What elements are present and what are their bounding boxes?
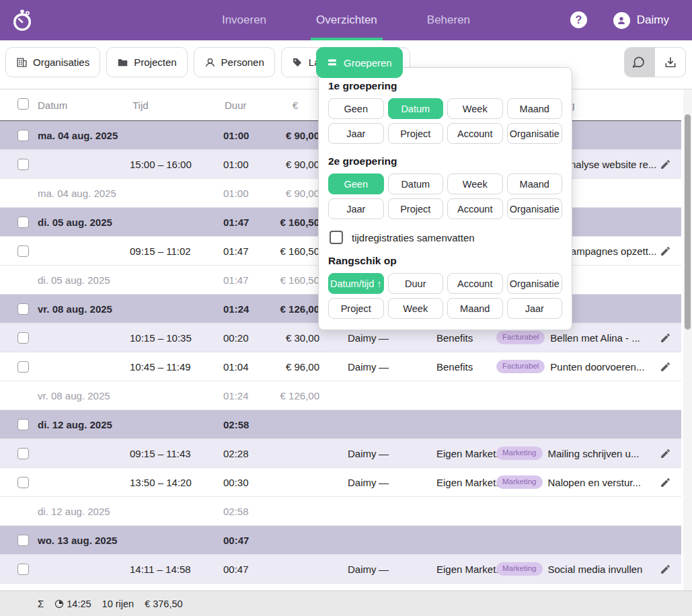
pencil-icon[interactable] (660, 564, 671, 575)
filter-label: Personen (221, 56, 264, 68)
row-checkbox[interactable] (17, 477, 29, 488)
group-checkbox[interactable] (17, 130, 29, 141)
bird-view-toggle[interactable] (625, 48, 655, 77)
sort-title: Rangschik op (328, 255, 562, 267)
group2-option-week[interactable]: Week (447, 174, 503, 194)
person-icon (204, 56, 216, 68)
cell-tijd: 13:50 – 14:20 (130, 468, 192, 496)
tag-icon (292, 56, 303, 68)
group2-option-datum[interactable]: Datum (388, 174, 444, 194)
user-menu[interactable]: Daimy (613, 0, 669, 40)
group2-option-project[interactable]: Project (388, 198, 444, 219)
groeperen-button[interactable]: Groeperen (316, 47, 403, 78)
row-checkbox[interactable] (17, 159, 29, 170)
col-tijd: Tijd (132, 89, 149, 120)
pencil-icon[interactable] (660, 477, 671, 488)
total-time: 14:25 (67, 599, 91, 609)
rows-count: 10 rijen (102, 599, 134, 609)
group2-option-jaar[interactable]: Jaar (328, 198, 384, 219)
cell-duur: 02:28 (223, 439, 249, 467)
subtotal-date: di. 05 aug. 2025 (38, 266, 110, 294)
row-checkbox[interactable] (17, 332, 29, 344)
filter-organisaties-button[interactable]: Organisaties (5, 47, 100, 77)
cell-omschrijving: Mailing schrijven u... (548, 448, 640, 459)
help-icon[interactable]: ? (570, 11, 587, 28)
group-checkbox[interactable] (17, 217, 29, 228)
cell-duur: 00:47 (223, 555, 249, 583)
download-icon (664, 56, 677, 69)
group1-options: Geen Datum Week Maand Jaar Project Accou… (328, 98, 562, 144)
table-row[interactable]: 09:15 – 11:43 02:28 Daimy — Eigen Market… (0, 439, 681, 468)
pencil-icon[interactable] (660, 448, 671, 459)
group1-option-organisatie[interactable]: Organisatie (507, 123, 563, 144)
select-all-checkbox[interactable] (17, 98, 29, 110)
sort-option-jaar[interactable]: Jaar (507, 298, 563, 319)
pencil-icon[interactable] (660, 245, 671, 257)
pencil-icon[interactable] (660, 361, 671, 373)
group1-option-project[interactable]: Project (388, 123, 444, 144)
total-amount: € 376,50 (145, 599, 182, 609)
cell-duur: 00:30 (223, 468, 249, 496)
group-checkbox[interactable] (17, 419, 29, 430)
group-date: di. 12 aug. 2025 (38, 410, 112, 438)
export-button[interactable] (655, 48, 685, 77)
group-header-row[interactable]: di. 12 aug. 2025 02:58 (0, 410, 681, 439)
label-badge: Marketing (496, 475, 543, 489)
summarize-checkbox[interactable] (330, 231, 343, 244)
cell-omschrijving: Nalopen en verstur... (548, 477, 641, 488)
group2-option-organisatie[interactable]: Organisatie (507, 198, 563, 219)
group1-option-week[interactable]: Week (447, 98, 503, 119)
filter-label: Organisaties (33, 56, 89, 68)
cell-tijd: 14:11 – 14:58 (130, 555, 191, 583)
row-checkbox[interactable] (17, 448, 29, 459)
table-row[interactable]: 14:11 – 14:58 00:47 Daimy — Eigen Market… (0, 555, 681, 584)
group2-option-maand[interactable]: Maand (507, 174, 563, 194)
scrollbar-thumb[interactable] (685, 114, 691, 330)
group-euro: € 160,50 (243, 208, 319, 236)
group1-option-datum[interactable]: Datum (388, 98, 444, 119)
table-row[interactable]: 10:45 – 11:49 01:04 € 96,00 Daimy — Bene… (0, 352, 681, 381)
group-checkbox[interactable] (17, 535, 29, 546)
cell-omschrijving: Bellen met Alina - ... (550, 332, 640, 344)
pencil-icon[interactable] (660, 159, 671, 170)
sort-option-account[interactable]: Account (447, 273, 503, 294)
cell-project: Eigen Market... (436, 555, 504, 583)
cell-omschrijving: Punten doorvoeren... (550, 361, 644, 373)
subtotal-date: vr. 08 aug. 2025 (38, 381, 110, 410)
group1-option-maand[interactable]: Maand (507, 98, 563, 119)
nav-invoeren[interactable]: Invoeren (217, 0, 272, 40)
sort-option-week[interactable]: Week (388, 298, 444, 319)
main-nav: Invoeren Overzichten Beheren (0, 0, 692, 40)
group1-option-jaar[interactable]: Jaar (328, 123, 384, 144)
nav-overzichten[interactable]: Overzichten (311, 0, 383, 40)
groeperen-label: Groeperen (344, 57, 392, 69)
group1-option-account[interactable]: Account (447, 123, 503, 144)
group-duur: 00:47 (223, 526, 249, 554)
group-duur: 02:58 (223, 410, 249, 438)
cell-account: — (379, 555, 389, 583)
group-date: ma. 04 aug. 2025 (38, 121, 118, 149)
sort-option-organisatie[interactable]: Organisatie (507, 273, 563, 294)
table-row[interactable]: 13:50 – 14:20 00:30 Daimy — Eigen Market… (0, 468, 681, 497)
filter-projecten-button[interactable]: Projecten (106, 47, 187, 77)
pencil-icon[interactable] (660, 332, 671, 344)
row-checkbox[interactable] (17, 564, 29, 575)
col-datum: Datum (38, 89, 67, 120)
cell-tijd: 10:15 – 10:35 (130, 323, 192, 352)
sort-option-maand[interactable]: Maand (447, 298, 503, 319)
group2-option-account[interactable]: Account (447, 198, 503, 219)
sort-option-project[interactable]: Project (328, 298, 384, 319)
group-header-row[interactable]: wo. 13 aug. 2025 00:47 (0, 526, 681, 555)
sort-option-datumtijd[interactable]: Datum/tijd ↑ (328, 273, 384, 294)
nav-beheren[interactable]: Beheren (422, 0, 475, 40)
cell-euro: € 160,50 (243, 237, 319, 265)
group-checkbox[interactable] (17, 303, 29, 315)
row-checkbox[interactable] (17, 245, 29, 257)
group2-option-geen[interactable]: Geen (328, 174, 384, 194)
cell-euro: € 30,00 (243, 323, 319, 352)
group1-option-geen[interactable]: Geen (328, 98, 384, 119)
label-badge: Facturabel (496, 360, 545, 373)
row-checkbox[interactable] (17, 361, 29, 373)
filter-personen-button[interactable]: Personen (194, 47, 275, 77)
sort-option-duur[interactable]: Duur (388, 273, 444, 294)
